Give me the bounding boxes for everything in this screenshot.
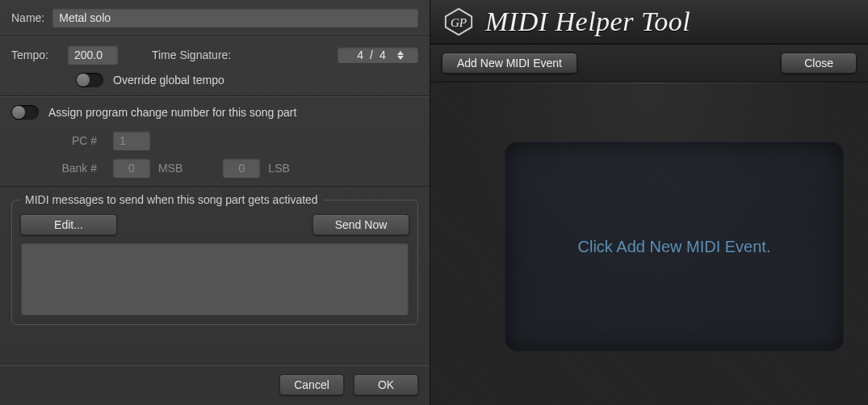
midi-messages-group: MIDI messages to send when this song par…: [11, 193, 418, 325]
midi-helper-window: GP MIDI Helper Tool Add New MIDI Event C…: [430, 0, 868, 405]
bank-msb-input[interactable]: [113, 158, 150, 178]
time-signature-selector[interactable]: 4 / 4: [338, 47, 418, 63]
pc-input[interactable]: [113, 131, 150, 150]
dropzone-hint: Click Add New MIDI Event.: [578, 238, 771, 256]
tempo-label: Tempo:: [11, 49, 48, 61]
gp-logo-icon: GP: [443, 6, 474, 37]
override-tempo-label: Override global tempo: [113, 74, 224, 86]
assign-pc-toggle[interactable]: [11, 105, 39, 120]
send-now-button[interactable]: Send Now: [312, 214, 409, 235]
dialog-footer: Cancel OK: [0, 365, 430, 405]
tempo-section: Tempo: Time Signature: 4 / 4 Override gl…: [0, 36, 430, 96]
tempo-input[interactable]: [68, 45, 118, 65]
name-input[interactable]: [52, 8, 418, 27]
program-change-section: Assign program change number for this so…: [0, 96, 430, 187]
midi-helper-toolbar: Add New MIDI Event Close: [430, 44, 868, 82]
midi-messages-legend: MIDI messages to send when this song par…: [20, 193, 323, 206]
stepper-icon[interactable]: [397, 51, 404, 60]
midi-helper-title: MIDI Helper Tool: [485, 6, 690, 37]
pc-label: PC #: [48, 134, 97, 147]
override-tempo-toggle[interactable]: [76, 73, 103, 87]
midi-helper-header: GP MIDI Helper Tool: [430, 0, 868, 44]
timesig-denominator: 4: [379, 49, 386, 61]
edit-button[interactable]: Edit...: [20, 214, 117, 235]
time-signature-label: Time Signature:: [152, 49, 231, 61]
slash-glyph: /: [370, 49, 373, 61]
midi-event-dropzone[interactable]: Click Add New MIDI Event.: [505, 141, 844, 352]
close-button[interactable]: Close: [781, 53, 857, 74]
bank-label: Bank #: [48, 162, 97, 175]
ok-button[interactable]: OK: [354, 374, 418, 395]
msb-label: MSB: [158, 162, 182, 175]
name-section: Name:: [0, 0, 430, 36]
song-part-editor: Name: Tempo: Time Signature: 4 / 4 Overr…: [0, 0, 430, 405]
add-midi-event-button[interactable]: Add New MIDI Event: [442, 53, 577, 74]
name-label: Name:: [11, 11, 44, 24]
bank-lsb-input[interactable]: [223, 158, 260, 178]
cancel-button[interactable]: Cancel: [279, 374, 344, 395]
timesig-numerator: 4: [357, 49, 363, 61]
svg-text:GP: GP: [451, 15, 467, 29]
divider: [430, 82, 868, 83]
assign-pc-label: Assign program change number for this so…: [48, 106, 296, 119]
lsb-label: LSB: [268, 162, 289, 175]
midi-messages-list[interactable]: [20, 242, 409, 316]
